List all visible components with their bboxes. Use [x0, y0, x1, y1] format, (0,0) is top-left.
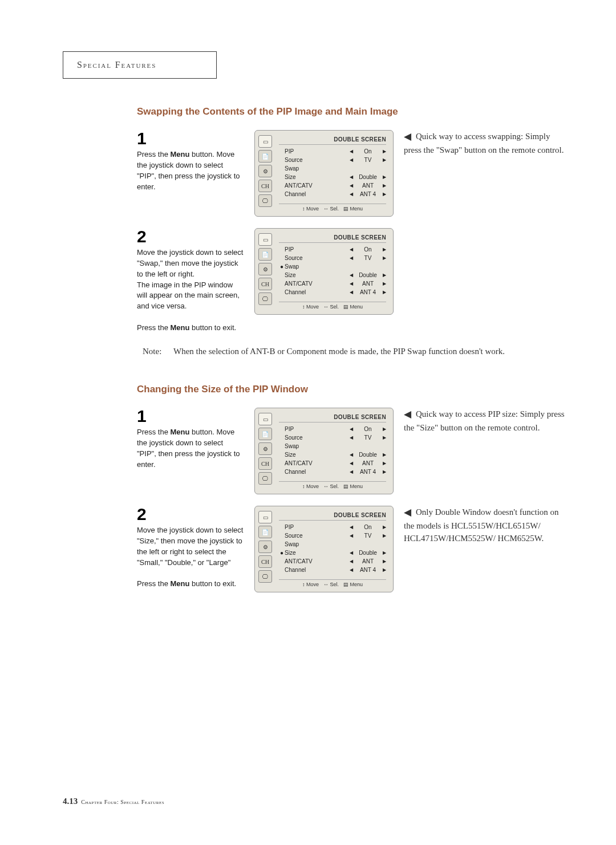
osd-tab-bar: ▭ 📄 ⚙ CH 🖵 [258, 412, 274, 490]
size-step1-osd: ▭ 📄 ⚙ CH 🖵 DOUBLE SCREEN PIP◀On▶ Source◀… [254, 408, 394, 494]
heading-swap: Swapping the Contents of the PIP Image a… [137, 106, 565, 117]
osd-row-label: Swap [285, 164, 386, 173]
osd-tab: 📄 [258, 248, 272, 261]
osd-row-label: Source [285, 433, 350, 442]
osd-row-label: Channel [285, 468, 350, 476]
osd-row-label: Size [285, 450, 350, 459]
osd-tab: CH [258, 180, 272, 192]
osd-screen: ▭ 📄 ⚙ CH 🖵 DOUBLE SCREEN PIP◀On▶ Source◀… [254, 130, 394, 217]
osd-row-label: Source [285, 156, 350, 164]
osd-list: PIP◀On▶ Source◀TV▶ ●Swap Size◀Double▶ AN… [279, 245, 386, 302]
step-instruction: Move the joystick down to select "Size,"… [137, 525, 244, 590]
osd-row-label: Channel [285, 288, 350, 296]
osd-tab: 🖵 [258, 472, 272, 485]
osd-row-label: PIP [285, 523, 350, 531]
osd-row-value: Double [354, 173, 382, 181]
selection-bullet-icon: ● [279, 262, 285, 271]
osd-tab-bar: ▭ 📄 ⚙ CH 🖵 [258, 510, 274, 588]
step-number: 2 [137, 228, 244, 245]
osd-row-value: TV [354, 254, 382, 262]
step-number: 1 [137, 408, 244, 425]
osd-row-label: ANT/CATV [285, 181, 350, 190]
step-instruction: Move the joystick down to select "Swap,"… [137, 247, 244, 334]
osd-row-label: PIP [285, 245, 350, 254]
osd-tab: 📄 [258, 428, 272, 440]
osd-tab: 🖵 [258, 194, 272, 207]
osd-title: DOUBLE SCREEN [279, 414, 386, 422]
osd-row-value: On [354, 245, 382, 254]
heading-size: Changing the Size of the PIP Window [137, 384, 565, 395]
osd-tab: CH [258, 278, 272, 290]
osd-row-value: TV [354, 156, 382, 164]
osd-tab: CH [258, 555, 272, 568]
osd-row-value: TV [354, 433, 382, 442]
osd-tab: 📄 [258, 150, 272, 162]
swap-step2: 2 Move the joystick down to select "Swap… [137, 228, 244, 334]
osd-title: DOUBLE SCREEN [279, 234, 386, 243]
page-footer: 4.13 Chapter Four: Special Features [63, 797, 164, 806]
osd-title: DOUBLE SCREEN [279, 136, 386, 145]
size-tip2: ◀Only Double Window doesn't function on … [404, 506, 565, 592]
osd-screen: ▭ 📄 ⚙ CH 🖵 DOUBLE SCREEN PIP◀On▶ Source◀… [254, 506, 394, 592]
step-number: 2 [137, 506, 244, 523]
swap-step1-row: 1 Press the Menu button. Move the joysti… [137, 130, 565, 217]
osd-footer: ↕ Move ↔ Sel. ▤ Menu [279, 481, 386, 489]
osd-row-label: Size [285, 549, 350, 557]
osd-list: PIP◀On▶ Source◀TV▶ Swap ●Size◀Double▶ AN… [279, 523, 386, 579]
osd-row-label: Size [285, 173, 350, 181]
osd-row-label: ANT/CATV [285, 459, 350, 468]
note: Note: When the selection of ANT-B or Com… [143, 345, 565, 358]
page: Special Features Swapping the Contents o… [0, 0, 616, 632]
osd-tab-bar: ▭ 📄 ⚙ CH 🖵 [258, 232, 274, 311]
page-number: 4.13 [63, 797, 78, 806]
osd-title: DOUBLE SCREEN [279, 512, 386, 521]
swap-step1-osd: ▭ 📄 ⚙ CH 🖵 DOUBLE SCREEN PIP◀On▶ Source◀… [254, 130, 394, 217]
size-step2-osd: ▭ 📄 ⚙ CH 🖵 DOUBLE SCREEN PIP◀On▶ Source◀… [254, 506, 394, 592]
osd-tab-bar: ▭ 📄 ⚙ CH 🖵 [258, 134, 274, 213]
step-instruction: Press the Menu button. Move the joystick… [137, 427, 244, 470]
osd-tab: ⚙ [258, 541, 272, 553]
osd-row-label: Channel [285, 190, 350, 198]
osd-row-label: Swap [285, 540, 386, 549]
size-step2-row: 2 Move the joystick down to select "Size… [137, 506, 565, 592]
chapter-label: Chapter Four: Special Features [81, 799, 164, 805]
osd-footer: ↕ Move ↔ Sel. ▤ Menu [279, 302, 386, 310]
selection-bullet-icon: ● [279, 549, 285, 557]
osd-row-value: ANT 4 [354, 468, 382, 476]
osd-row-value: On [354, 523, 382, 531]
osd-row-label: Swap [285, 262, 386, 271]
step-instruction: Press the Menu button. Move the joystick… [137, 149, 244, 192]
osd-footer: ↕ Move ↔ Sel. ▤ Menu [279, 204, 386, 212]
osd-row-value: ANT [354, 557, 382, 566]
swap-tip: ◀Quick way to access swapping: Simply pr… [404, 130, 565, 217]
swap-step1: 1 Press the Menu button. Move the joysti… [137, 130, 244, 217]
osd-row-value: Double [354, 450, 382, 459]
osd-row-label: Swap [285, 442, 386, 450]
section-header-box: Special Features [63, 51, 217, 79]
osd-row-label: Size [285, 271, 350, 279]
osd-row-value: Double [354, 549, 382, 557]
section-header: Special Features [77, 60, 156, 70]
osd-footer: ↕ Move ↔ Sel. ▤ Menu [279, 579, 386, 587]
osd-row-value: On [354, 425, 382, 433]
osd-tab: ⚙ [258, 442, 272, 455]
osd-row-value: On [354, 147, 382, 156]
size-tip1: ◀Quick way to access PIP size: Simply pr… [404, 408, 565, 494]
osd-tab: 📄 [258, 526, 272, 538]
osd-row-value: ANT [354, 181, 382, 190]
tip-arrow-icon: ◀ [404, 130, 411, 144]
osd-tab: 🖵 [258, 292, 272, 305]
osd-row-label: ANT/CATV [285, 279, 350, 288]
osd-tab: ▭ [258, 135, 272, 148]
swap-step2-row: 2 Move the joystick down to select "Swap… [137, 228, 565, 334]
osd-row-value: ANT [354, 279, 382, 288]
osd-tab: ⚙ [258, 165, 272, 177]
step-number: 1 [137, 130, 244, 147]
swap-step2-osd: ▭ 📄 ⚙ CH 🖵 DOUBLE SCREEN PIP◀On▶ Source◀… [254, 228, 394, 334]
osd-row-label: Source [285, 254, 350, 262]
osd-tab: ▭ [258, 233, 272, 246]
osd-screen: ▭ 📄 ⚙ CH 🖵 DOUBLE SCREEN PIP◀On▶ Source◀… [254, 408, 394, 494]
osd-tab: 🖵 [258, 570, 272, 583]
osd-tab: CH [258, 457, 272, 470]
osd-tab: ▭ [258, 511, 272, 523]
